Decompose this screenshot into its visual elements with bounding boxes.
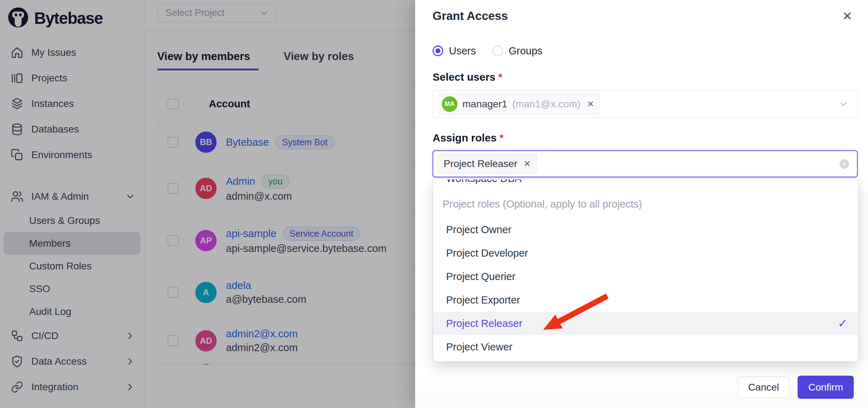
scope-radio-group: Users Groups — [433, 45, 858, 57]
radio-selected-icon — [433, 45, 443, 56]
app-window: Bytebase My Issues Projects Instances Da… — [0, 0, 868, 408]
grant-access-drawer: Grant Access ✕ Users Groups Select users… — [415, 0, 868, 408]
avatar: MA — [442, 96, 457, 112]
clear-icon[interactable]: ✕ — [840, 159, 849, 169]
radio-users[interactable]: Users — [433, 45, 476, 57]
chevron-down-icon — [838, 99, 849, 109]
radio-unselected-icon — [492, 45, 503, 56]
close-icon[interactable]: ✕ — [842, 10, 853, 22]
dropdown-item-project-exporter[interactable]: Project Exporter — [433, 288, 858, 312]
drawer-header: Grant Access ✕ — [415, 0, 868, 32]
remove-user-icon[interactable]: ✕ — [587, 99, 594, 109]
select-users-label: Select users* — [433, 71, 858, 83]
roles-dropdown: Workspace DBA Project roles (Optional, a… — [433, 179, 858, 361]
dropdown-item-project-owner[interactable]: Project Owner — [433, 218, 858, 241]
drawer-title: Grant Access — [433, 9, 508, 23]
dropdown-item-workspace-dba[interactable]: Workspace DBA — [433, 179, 858, 190]
required-asterisk: * — [498, 71, 503, 83]
user-tag-name: manager1 — [462, 98, 507, 110]
user-tag-email: (man1@x.com) — [512, 98, 581, 110]
dropdown-item-project-releaser[interactable]: Project Releaser ✓ — [433, 312, 858, 335]
selected-role-tag: Project Releaser ✕ — [438, 154, 537, 173]
dropdown-item-project-viewer[interactable]: Project Viewer — [433, 335, 858, 359]
remove-role-icon[interactable]: ✕ — [524, 159, 531, 169]
confirm-button[interactable]: Confirm — [798, 376, 854, 399]
assign-roles-label: Assign roles* — [433, 132, 858, 144]
radio-groups[interactable]: Groups — [492, 45, 542, 57]
drawer-body: Users Groups Select users* MA manager1 (… — [415, 32, 868, 177]
roles-multiselect[interactable]: Project Releaser ✕ ✕ — [433, 150, 858, 177]
dropdown-item-project-querier[interactable]: Project Querier — [433, 265, 858, 288]
dropdown-item-project-developer[interactable]: Project Developer — [433, 241, 858, 265]
dropdown-group-label: Project roles (Optional, apply to all pr… — [433, 190, 858, 218]
drawer-footer: Cancel Confirm — [415, 366, 868, 408]
check-icon: ✓ — [838, 317, 847, 330]
selected-user-tag: MA manager1 (man1@x.com) ✕ — [439, 94, 599, 114]
users-select[interactable]: MA manager1 (man1@x.com) ✕ — [433, 90, 858, 118]
required-asterisk: * — [499, 132, 504, 144]
cancel-button[interactable]: Cancel — [738, 376, 789, 398]
